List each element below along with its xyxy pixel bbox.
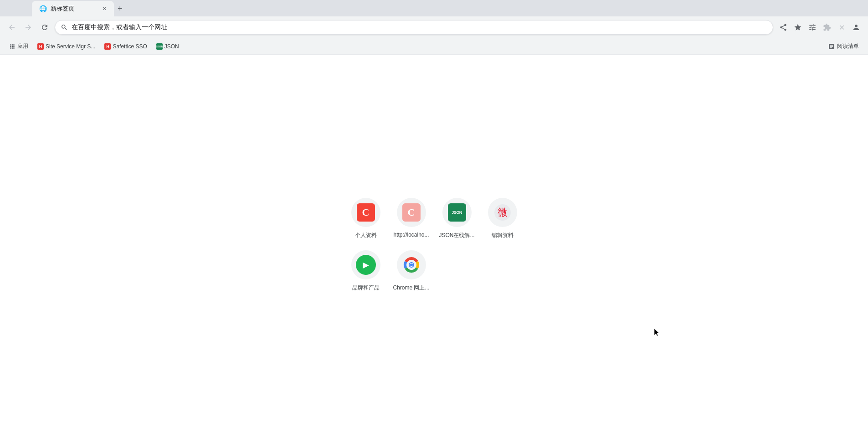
grid-spacer-1 [434,250,480,292]
shortcut-icon-json-online: JSON [442,198,472,227]
shortcut-label-chrome-web: Chrome 网上... [393,284,429,292]
safettice-favicon: H [104,43,111,50]
baidu-search-icon [61,24,68,31]
svg-point-5 [410,264,413,266]
profile-icon [852,23,860,31]
reading-list-button[interactable]: 阅读清单 [824,41,863,52]
new-tab-btn[interactable]: + [114,1,126,16]
reading-list-icon [828,43,835,50]
reload-button[interactable] [38,21,51,34]
address-bar[interactable]: 在百度中搜索，或者输入一个网址 [55,20,773,35]
json-favicon: JSON [156,43,163,50]
tab-favicon: 🌐 [39,5,47,12]
shortcut-label-personal-profile: 个人资料 [355,232,377,239]
back-icon [8,23,16,31]
active-tab[interactable]: 🌐 新标签页 ✕ [32,1,114,16]
weibo-icon: 微 [493,203,512,222]
bookmark-safettice-label: Safettice SSO [113,43,147,50]
chrome-icon [402,256,421,274]
toolbar-right: ✕ [777,21,863,34]
bookmark-star-button[interactable] [791,21,804,34]
c-red-icon: C [357,203,375,222]
address-text: 在百度中搜索，或者输入一个网址 [72,23,767,31]
reload-icon [41,23,49,31]
svg-text:微: 微 [498,207,508,218]
bookmark-json-label: JSON [164,43,179,50]
profile-button[interactable] [850,21,863,34]
shortcut-edit-profile[interactable]: 微 编辑资料 [480,198,525,239]
bookmarks-bar: 应用 H Site Service Mgr S... H Safettice S… [0,38,868,55]
shortcut-json-online[interactable]: JSON JSON在线解... [434,198,480,239]
share-button[interactable] [777,21,790,34]
star-icon [794,23,802,31]
grid-spacer-2 [480,250,525,292]
shortcut-label-json-online: JSON在线解... [439,232,474,239]
site-service-favicon: H [37,43,44,50]
tune-icon [808,23,817,31]
apps-icon [9,43,15,50]
apps-label: 应用 [17,42,28,50]
bookmark-json[interactable]: JSON JSON [153,41,183,52]
page-content: C 个人资料 C http://localho... JSON JSON在线解.… [0,55,868,434]
extensions-button[interactable] [821,21,833,34]
shortcut-icon-personal-profile: C [351,198,380,227]
shortcut-icon-brand-product: ▶ [351,250,380,279]
c-red-light-icon: C [402,203,421,222]
tune-button[interactable] [806,21,819,34]
shortcut-icon-edit-profile: 微 [488,198,517,227]
tab-bar: 🌐 新标签页 ✕ + [0,0,868,16]
play-icon: ▶ [356,255,376,275]
shortcut-personal-profile[interactable]: C 个人资料 [343,198,389,239]
bookmark-site-service[interactable]: H Site Service Mgr S... [34,41,99,52]
back-button[interactable] [5,21,18,34]
bookmark-site-service-label: Site Service Mgr S... [46,43,95,50]
json-online-icon: JSON [448,203,466,222]
tab-close-icon[interactable]: ✕ [102,5,107,12]
shortcuts-grid: C 个人资料 C http://localho... JSON JSON在线解.… [343,198,525,292]
bookmark-safettice[interactable]: H Safettice SSO [101,41,150,52]
tab-title: 新标签页 [51,5,74,13]
shortcut-label-brand-product: 品牌和产品 [352,284,380,292]
address-bar-row: 在百度中搜索，或者输入一个网址 ✕ [0,16,868,38]
shortcut-brand-product[interactable]: ▶ 品牌和产品 [343,250,389,292]
shortcut-localhost[interactable]: C http://localho... [389,198,434,239]
browser-chrome: 🌐 新标签页 ✕ + 在百度中搜索，或者输入一个网址 [0,0,868,55]
apps-button[interactable]: 应用 [5,41,32,52]
forward-button[interactable] [22,21,35,34]
extension-icon [823,23,831,31]
share-icon [779,23,787,31]
shortcut-chrome-web[interactable]: Chrome 网上... [389,250,434,292]
shortcut-label-localhost: http://localho... [393,232,429,238]
reading-list-label: 阅读清单 [837,42,859,50]
close-x-button[interactable]: ✕ [835,21,848,34]
shortcut-icon-localhost: C [397,198,426,227]
forward-icon [24,23,32,31]
shortcut-label-edit-profile: 编辑资料 [492,232,514,239]
shortcut-icon-chrome-web [397,250,426,279]
